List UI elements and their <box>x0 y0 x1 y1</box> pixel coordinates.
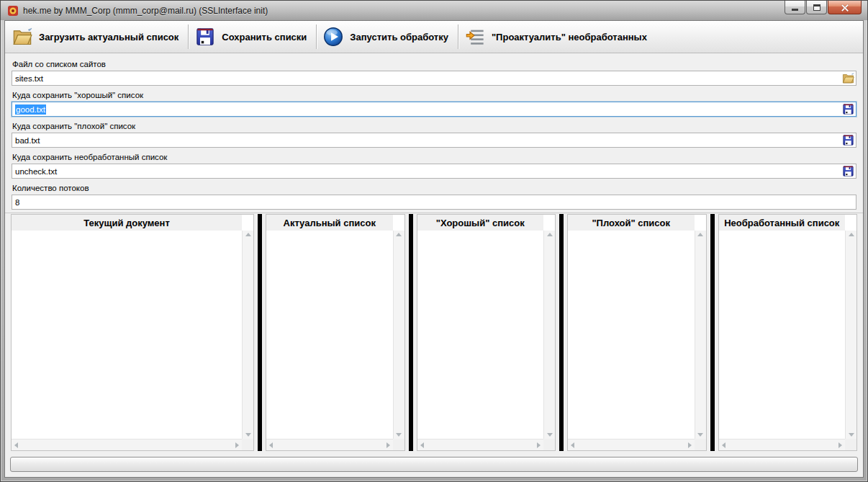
reactualize-unprocessed-button[interactable]: "Проактуалить" необработанных <box>461 23 654 51</box>
threads-count-label: Количество потоков <box>12 184 856 192</box>
uncheck-list-label: Куда сохранить необработанный список <box>12 153 856 161</box>
vertical-scrollbar[interactable] <box>695 231 706 439</box>
toolbar-button-label: Запустить обработку <box>350 32 448 43</box>
panel-current-document: Текущий документ <box>11 214 254 451</box>
scroll-right-icon[interactable] <box>537 442 541 448</box>
panel-title: "Плохой" список <box>568 215 695 231</box>
uncheck-list-input[interactable] <box>12 164 856 179</box>
panel-splitter[interactable] <box>559 214 564 451</box>
close-button[interactable] <box>828 1 862 14</box>
save-icon[interactable] <box>842 103 854 115</box>
play-icon <box>323 27 343 47</box>
panel-title: Текущий документ <box>12 215 242 231</box>
scrollbar-corner <box>695 439 706 450</box>
panel-splitter[interactable] <box>258 214 262 451</box>
panel-good-list: "Хорошый" список <box>417 214 556 451</box>
threads-count-input[interactable] <box>12 195 856 210</box>
scroll-up-icon[interactable] <box>245 233 251 236</box>
settings-form: Файл со списком сайтов Куда сохранить "х… <box>5 53 863 210</box>
app-icon <box>7 5 19 17</box>
panel-title: "Хорошый" список <box>417 215 544 231</box>
window-title: hek.me by MMM_Corp (mmm_corp@mail.ru) (S… <box>23 6 268 16</box>
scroll-left-icon[interactable] <box>269 442 273 448</box>
toolbar-separator <box>188 24 189 49</box>
scrollbar-corner <box>242 439 253 450</box>
scrollbar-corner <box>543 439 555 450</box>
scroll-right-icon[interactable] <box>688 442 692 448</box>
toolbar-button-label: Загрузить актуальный список <box>39 32 178 43</box>
bad-list-input[interactable] <box>12 133 856 148</box>
start-processing-button[interactable]: Запустить обработку <box>319 23 456 51</box>
scroll-right-icon[interactable] <box>235 442 239 448</box>
toolbar-separator <box>458 24 458 49</box>
load-actual-list-button[interactable]: Загрузить актуальный список <box>8 23 186 51</box>
toolbar: Загрузить актуальный список Сохранить сп… <box>5 21 863 53</box>
scroll-down-icon[interactable] <box>245 433 251 437</box>
scroll-left-icon[interactable] <box>571 442 574 448</box>
scroll-up-icon[interactable] <box>547 233 553 236</box>
reactualize-icon <box>465 27 485 47</box>
good-list-input[interactable]: good.txt <box>12 102 856 117</box>
panel-title: Актуальный список <box>266 215 393 231</box>
panel-title: Необработанный список <box>719 215 846 231</box>
vertical-scrollbar[interactable] <box>845 231 856 439</box>
scroll-left-icon[interactable] <box>420 442 424 448</box>
progress-bar <box>10 457 858 472</box>
scrollbar-corner <box>845 439 856 450</box>
scroll-down-icon[interactable] <box>697 433 703 437</box>
scroll-down-icon[interactable] <box>849 433 854 437</box>
horizontal-scrollbar[interactable] <box>417 439 544 450</box>
list-current-document[interactable] <box>12 231 242 439</box>
title-bar[interactable]: hek.me by MMM_Corp (mmm_corp@mail.ru) (S… <box>1 1 867 20</box>
toolbar-button-label: Сохранить списки <box>222 32 307 43</box>
sites-file-input[interactable] <box>12 71 856 86</box>
horizontal-scrollbar[interactable] <box>568 439 695 450</box>
scroll-right-icon[interactable] <box>838 442 842 448</box>
client-area: Загрузить актуальный список Сохранить сп… <box>4 20 864 478</box>
sites-file-label: Файл со списком сайтов <box>12 60 856 68</box>
maximize-button[interactable] <box>806 1 827 14</box>
scroll-down-icon[interactable] <box>547 433 553 437</box>
scrollbar-corner <box>393 439 404 450</box>
scroll-right-icon[interactable] <box>386 442 390 448</box>
horizontal-scrollbar[interactable] <box>719 439 846 450</box>
panel-unprocessed-list: Необработанный список <box>718 214 858 451</box>
horizontal-scrollbar[interactable] <box>12 439 242 450</box>
save-icon[interactable] <box>842 165 854 177</box>
scroll-up-icon[interactable] <box>396 233 402 236</box>
panel-splitter[interactable] <box>409 214 413 451</box>
panel-actual-list: Актуальный список <box>266 214 405 451</box>
status-row <box>5 452 863 477</box>
list-actual[interactable] <box>266 231 393 439</box>
panel-splitter[interactable] <box>710 214 715 451</box>
bad-list-label: Куда сохранить "плохой" список <box>12 122 856 130</box>
save-icon <box>195 27 215 47</box>
good-list-label: Куда сохранить "хорошый" список <box>12 91 856 99</box>
open-folder-icon[interactable] <box>842 72 854 84</box>
save-icon[interactable] <box>842 134 854 146</box>
scroll-down-icon[interactable] <box>396 433 402 437</box>
window-controls <box>785 1 862 14</box>
toolbar-button-label: "Проактуалить" необработанных <box>492 32 647 43</box>
app-window: hek.me by MMM_Corp (mmm_corp@mail.ru) (S… <box>0 0 868 482</box>
toolbar-separator <box>316 24 317 49</box>
lists-area: Текущий документ Актуальный список <box>5 213 863 452</box>
scroll-up-icon[interactable] <box>849 233 854 236</box>
minimize-button[interactable] <box>785 1 805 14</box>
horizontal-scrollbar[interactable] <box>266 439 393 450</box>
list-unprocessed[interactable] <box>719 231 846 439</box>
list-bad[interactable] <box>568 231 695 439</box>
minimize-icon <box>792 9 798 11</box>
selected-text: good.txt <box>15 104 46 115</box>
open-folder-icon <box>12 27 32 47</box>
list-good[interactable] <box>417 231 544 439</box>
vertical-scrollbar[interactable] <box>242 231 253 439</box>
scroll-left-icon[interactable] <box>722 442 725 448</box>
vertical-scrollbar[interactable] <box>543 231 555 439</box>
panel-bad-list: "Плохой" список <box>567 214 707 451</box>
save-lists-button[interactable]: Сохранить списки <box>191 23 314 51</box>
maximize-icon <box>813 4 820 11</box>
scroll-left-icon[interactable] <box>14 442 18 448</box>
vertical-scrollbar[interactable] <box>393 231 404 439</box>
scroll-up-icon[interactable] <box>697 233 703 236</box>
